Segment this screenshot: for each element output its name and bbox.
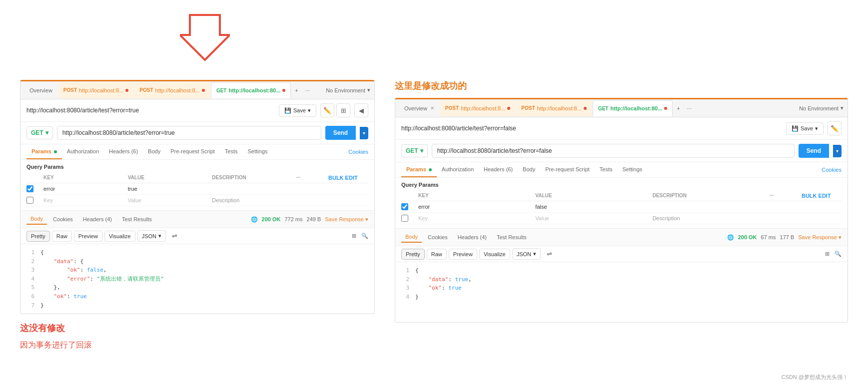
- json-format-left[interactable]: JSON ▾: [137, 230, 166, 242]
- tab-dot-r1: [507, 107, 510, 110]
- params-table-right: KEY VALUE DESCRIPTION ··· Bulk Edit erro…: [401, 191, 842, 224]
- viewer-visualize-right[interactable]: Visualize: [479, 249, 510, 260]
- cookies-link-right[interactable]: Cookies: [822, 167, 842, 173]
- resp-tab-body-right[interactable]: Body: [401, 232, 422, 243]
- params-title-left: Query Params: [26, 164, 368, 170]
- viewer-preview-left[interactable]: Preview: [74, 231, 102, 242]
- viewer-visualize-left[interactable]: Visualize: [104, 231, 135, 242]
- bulk-edit-right[interactable]: Bulk Edit: [802, 193, 842, 199]
- status-size-left: 249 B: [307, 216, 321, 222]
- edit-icon-btn[interactable]: ✏️: [320, 103, 334, 117]
- req-tab-auth-left[interactable]: Authorization: [62, 144, 104, 159]
- params-value-1: true: [128, 186, 210, 192]
- req-tab-settings-left[interactable]: Settings: [243, 144, 273, 159]
- req-tab-params-left[interactable]: Params: [26, 144, 62, 159]
- bulk-edit-left[interactable]: Bulk Edit: [328, 175, 368, 181]
- req-tab-auth-right[interactable]: Authorization: [437, 162, 479, 177]
- send-button-right[interactable]: Send: [799, 144, 829, 158]
- params-section-right: Query Params KEY VALUE DESCRIPTION ··· B…: [395, 178, 848, 228]
- method-select-left[interactable]: GET ▾: [26, 126, 53, 139]
- params-value-placeholder: Value: [128, 197, 210, 203]
- wrap-icon-left[interactable]: ⇌: [172, 232, 177, 240]
- viewer-pretty-left[interactable]: Pretty: [26, 231, 50, 242]
- copy-icon-btn[interactable]: ⊞: [336, 103, 350, 117]
- col-value-r: VALUE: [535, 193, 650, 199]
- tab-post1-right[interactable]: POST http://localhost:8...: [440, 100, 516, 116]
- req-tab-headers-right[interactable]: Headers (6): [479, 162, 518, 177]
- resp-status-right: 🌐 200 OK 67 ms 177 B Save Response ▾: [727, 234, 842, 241]
- tab-plus-left[interactable]: +: [292, 85, 301, 95]
- method-select-right[interactable]: GET ▾: [401, 144, 428, 157]
- save-response-left[interactable]: Save Response ▾: [325, 216, 368, 223]
- req-tab-tests-left[interactable]: Tests: [220, 144, 243, 159]
- req-tab-tests-right[interactable]: Tests: [595, 162, 618, 177]
- resp-tab-headers-left[interactable]: Headers (4): [79, 214, 116, 224]
- params-row-2-left: Key Value Description: [26, 195, 368, 206]
- url-input-left[interactable]: [57, 126, 321, 140]
- send-arrow-right[interactable]: ▾: [833, 145, 842, 157]
- tab-close-overview[interactable]: ✕: [430, 105, 434, 111]
- wrap-icon-right[interactable]: ⇌: [547, 250, 552, 258]
- code-line-r2: 2 "data": true,: [401, 275, 842, 284]
- tab-post2-right[interactable]: POST http://localhost:8...: [516, 100, 592, 116]
- resp-tab-body-left[interactable]: Body: [26, 214, 47, 225]
- tab-get-left[interactable]: GET http://localhost:80...: [211, 82, 291, 98]
- viewer-preview-right[interactable]: Preview: [449, 249, 477, 260]
- tab-dot-r3: [664, 107, 667, 110]
- save-response-right[interactable]: Save Response ▾: [798, 234, 842, 241]
- save-button-right[interactable]: 💾 Save ▾: [786, 122, 824, 135]
- viewer-pretty-right[interactable]: Pretty: [401, 249, 425, 260]
- tab-post1-left[interactable]: POST http://localhost:8...: [58, 82, 134, 98]
- tab-dot3: [282, 89, 285, 92]
- resp-tab-cookies-right[interactable]: Cookies: [424, 232, 452, 242]
- edit-icon-btn-r[interactable]: ✏️: [828, 121, 842, 135]
- tab-post2-left[interactable]: POST http://localhost:8...: [134, 82, 210, 98]
- tab-plus-right[interactable]: +: [674, 103, 683, 113]
- req-tab-body-right[interactable]: Body: [518, 162, 540, 177]
- right-panel: 这里是修改成功的 Overview ✕ POST http://localhos…: [395, 80, 848, 323]
- resp-tab-testresults-left[interactable]: Test Results: [118, 214, 156, 224]
- resp-tab-testresults-right[interactable]: Test Results: [493, 232, 531, 242]
- method-badge-post2: POST: [139, 87, 153, 93]
- json-label: JSON: [142, 233, 156, 239]
- params-checkbox-2[interactable]: [26, 197, 33, 204]
- tab-overview-right[interactable]: Overview ✕: [399, 100, 439, 116]
- env-chevron-icon-r: ▾: [841, 105, 844, 111]
- resp-tab-cookies-left[interactable]: Cookies: [49, 214, 77, 224]
- req-tab-prerequest-right[interactable]: Pre-request Script: [540, 162, 595, 177]
- code-view-right: 1 { 2 "data": true, 3 "ok": true 4 }: [395, 262, 848, 322]
- code-line-3: 3 "ok": false,: [26, 266, 368, 275]
- search-code-icon-r[interactable]: 🔍: [835, 251, 842, 257]
- viewer-raw-left[interactable]: Raw: [52, 231, 72, 242]
- copy-code-icon-r[interactable]: ⊞: [825, 251, 830, 257]
- svg-marker-0: [180, 15, 230, 60]
- params-checkbox-r2[interactable]: [401, 215, 408, 222]
- req-tab-settings-right[interactable]: Settings: [618, 162, 648, 177]
- params-checkbox-r1[interactable]: [401, 203, 408, 210]
- search-code-icon[interactable]: 🔍: [361, 233, 368, 239]
- tab-overview-left[interactable]: Overview: [24, 82, 57, 98]
- req-tab-headers-left[interactable]: Headers (6): [104, 144, 143, 159]
- req-tab-prerequest-left[interactable]: Pre-request Script: [165, 144, 220, 159]
- tab-more-left[interactable]: ···: [302, 85, 313, 95]
- tab-get-right[interactable]: GET http://localhost:80...: [593, 100, 673, 116]
- params-key-r1: error: [418, 204, 533, 210]
- req-tab-params-right[interactable]: Params: [401, 162, 437, 177]
- viewer-raw-right[interactable]: Raw: [427, 249, 447, 260]
- collapse-btn[interactable]: ◀: [354, 103, 368, 117]
- col-more-r: ···: [770, 193, 800, 199]
- json-format-right[interactable]: JSON ▾: [512, 248, 541, 260]
- params-checkbox-1[interactable]: [26, 185, 33, 192]
- save-button-left[interactable]: 💾 Save ▾: [279, 104, 316, 117]
- tab-post1-url-r: http://localhost:8...: [461, 105, 505, 111]
- url-input-right[interactable]: [432, 144, 795, 158]
- params-value-r1: false: [535, 204, 650, 210]
- resp-tab-headers-right[interactable]: Headers (4): [454, 232, 491, 242]
- tab-more-right[interactable]: ···: [684, 103, 695, 113]
- copy-code-icon[interactable]: ⊞: [352, 233, 356, 239]
- req-tab-body-left[interactable]: Body: [143, 144, 165, 159]
- send-arrow-left[interactable]: ▾: [360, 127, 368, 139]
- send-button-left[interactable]: Send: [325, 126, 356, 140]
- code-view-left: 1 { 2 "data": { 3 "ok": false, 4 "error"…: [20, 244, 374, 314]
- cookies-link-left[interactable]: Cookies: [348, 149, 368, 155]
